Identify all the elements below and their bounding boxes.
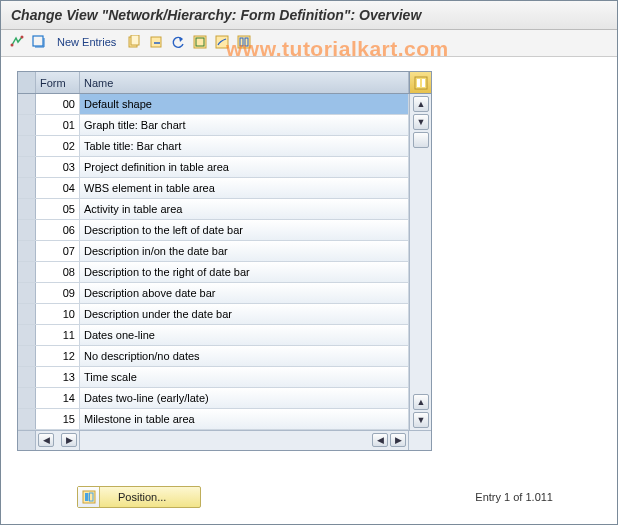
cell-form[interactable]: 01: [36, 115, 80, 135]
row-selector[interactable]: [18, 220, 36, 240]
scroll-up-button[interactable]: ▲: [413, 96, 429, 112]
table-row[interactable]: 13Time scale: [18, 367, 431, 388]
hscroll-track-name[interactable]: ◀ ▶: [80, 431, 409, 450]
cell-form[interactable]: 12: [36, 346, 80, 366]
cell-name[interactable]: Dates two-line (early/late): [80, 388, 409, 408]
cell-form[interactable]: 15: [36, 409, 80, 429]
deselect-all-icon[interactable]: [214, 34, 230, 50]
hscroll-right2-icon[interactable]: ▶: [390, 433, 406, 447]
cell-form[interactable]: 03: [36, 157, 80, 177]
table-row[interactable]: 00Default shape: [18, 94, 431, 115]
row-selector[interactable]: [18, 325, 36, 345]
cell-form[interactable]: 10: [36, 304, 80, 324]
cell-name[interactable]: Dates one-line: [80, 325, 409, 345]
row-selector[interactable]: [18, 94, 36, 114]
hscroll-left2-icon[interactable]: ◀: [372, 433, 388, 447]
svg-rect-12: [415, 77, 427, 89]
table-row[interactable]: 15Milestone in table area: [18, 409, 431, 430]
new-entries-button[interactable]: New Entries: [53, 34, 120, 50]
row-selector[interactable]: [18, 409, 36, 429]
cell-form[interactable]: 08: [36, 262, 80, 282]
table-body: 00Default shape01Graph title: Bar chart0…: [18, 94, 431, 430]
table-row[interactable]: 02Table title: Bar chart: [18, 136, 431, 157]
table-row[interactable]: 03Project definition in table area: [18, 157, 431, 178]
row-selector[interactable]: [18, 241, 36, 261]
cell-form[interactable]: 06: [36, 220, 80, 240]
content-area: Form Name 00Default shape01Graph title: …: [1, 57, 617, 459]
column-header-name[interactable]: Name: [80, 72, 409, 93]
cell-name[interactable]: Project definition in table area: [80, 157, 409, 177]
horizontal-scrollbar: ◀ ▶ ◀ ▶: [18, 430, 431, 450]
hscroll-left-icon[interactable]: ◀: [38, 433, 54, 447]
svg-point-1: [21, 36, 24, 39]
table-row[interactable]: 10Description under the date bar: [18, 304, 431, 325]
cell-name[interactable]: Description to the left of date bar: [80, 220, 409, 240]
cell-name[interactable]: Description in/on the date bar: [80, 241, 409, 261]
row-selector[interactable]: [18, 283, 36, 303]
row-selector-header[interactable]: [18, 72, 36, 93]
delete-icon[interactable]: [148, 34, 164, 50]
row-selector[interactable]: [18, 262, 36, 282]
cell-form[interactable]: 05: [36, 199, 80, 219]
hscroll-track-form[interactable]: ◀ ▶: [36, 431, 80, 450]
row-selector[interactable]: [18, 367, 36, 387]
cell-name[interactable]: Description to the right of date bar: [80, 262, 409, 282]
svg-rect-16: [85, 493, 89, 501]
cell-name[interactable]: Default shape: [80, 94, 409, 114]
position-button[interactable]: Position...: [77, 486, 201, 508]
row-selector[interactable]: [18, 115, 36, 135]
table-row[interactable]: 04WBS element in table area: [18, 178, 431, 199]
select-all-icon[interactable]: [192, 34, 208, 50]
table-row[interactable]: 12No description/no dates: [18, 346, 431, 367]
scroll-up-step-button[interactable]: ▲: [413, 394, 429, 410]
table-row[interactable]: 01Graph title: Bar chart: [18, 115, 431, 136]
row-selector[interactable]: [18, 346, 36, 366]
position-icon: [78, 487, 100, 507]
cell-name[interactable]: Description above date bar: [80, 283, 409, 303]
table-row[interactable]: 09Description above date bar: [18, 283, 431, 304]
row-selector[interactable]: [18, 304, 36, 324]
table-row[interactable]: 11Dates one-line: [18, 325, 431, 346]
vertical-scrollbar[interactable]: ▲ ▼ ▲ ▼: [409, 94, 431, 430]
copy-icon[interactable]: [126, 34, 142, 50]
position-label: Position...: [100, 491, 200, 503]
cell-form[interactable]: 02: [36, 136, 80, 156]
table-row[interactable]: 06Description to the left of date bar: [18, 220, 431, 241]
row-selector[interactable]: [18, 157, 36, 177]
cell-name[interactable]: Milestone in table area: [80, 409, 409, 429]
table-row[interactable]: 08Description to the right of date bar: [18, 262, 431, 283]
scroll-thumb[interactable]: [413, 132, 429, 148]
scroll-down-step-button[interactable]: ▼: [413, 114, 429, 130]
cell-form[interactable]: 09: [36, 283, 80, 303]
cell-form[interactable]: 04: [36, 178, 80, 198]
cell-name[interactable]: Activity in table area: [80, 199, 409, 219]
cell-name[interactable]: Description under the date bar: [80, 304, 409, 324]
cell-name[interactable]: Graph title: Bar chart: [80, 115, 409, 135]
row-selector[interactable]: [18, 178, 36, 198]
cell-form[interactable]: 00: [36, 94, 80, 114]
row-selector[interactable]: [18, 199, 36, 219]
cell-form[interactable]: 14: [36, 388, 80, 408]
table-row[interactable]: 07Description in/on the date bar: [18, 241, 431, 262]
cell-name[interactable]: No description/no dates: [80, 346, 409, 366]
svg-rect-5: [151, 37, 161, 47]
cell-name[interactable]: Time scale: [80, 367, 409, 387]
expand-all-icon[interactable]: [31, 34, 47, 50]
table-header-row: Form Name: [18, 72, 431, 94]
cell-form[interactable]: 13: [36, 367, 80, 387]
toggle-display-icon[interactable]: [9, 34, 25, 50]
cell-name[interactable]: Table title: Bar chart: [80, 136, 409, 156]
cell-name[interactable]: WBS element in table area: [80, 178, 409, 198]
cell-form[interactable]: 07: [36, 241, 80, 261]
undo-icon[interactable]: [170, 34, 186, 50]
table-row[interactable]: 14Dates two-line (early/late): [18, 388, 431, 409]
table-settings-icon[interactable]: [236, 34, 252, 50]
row-selector[interactable]: [18, 388, 36, 408]
table-row[interactable]: 05Activity in table area: [18, 199, 431, 220]
row-selector[interactable]: [18, 136, 36, 156]
scroll-down-button[interactable]: ▼: [413, 412, 429, 428]
configure-columns-button[interactable]: [409, 72, 431, 93]
hscroll-right-icon[interactable]: ▶: [61, 433, 77, 447]
cell-form[interactable]: 11: [36, 325, 80, 345]
column-header-form[interactable]: Form: [36, 72, 80, 93]
